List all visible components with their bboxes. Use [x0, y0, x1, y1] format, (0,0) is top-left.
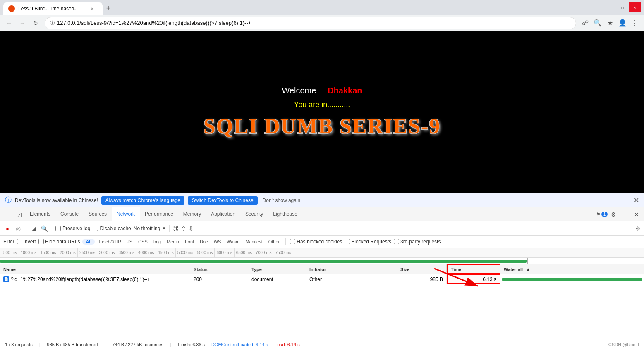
filter-bar: Filter Invert Hide data URLs All Fetch/X… — [0, 236, 644, 248]
preserve-log-checkbox[interactable] — [55, 226, 61, 231]
td-status: 200 — [190, 274, 248, 284]
refresh-button[interactable]: ↻ — [30, 17, 41, 29]
table-row[interactable]: 📄 ?id=1%27%20and%20if(length(database())… — [0, 274, 644, 284]
td-waterfall — [500, 274, 644, 284]
devtools-more-icon[interactable]: ⋮ — [619, 209, 631, 220]
network-table: Name Status Type Initiator Size Time Wat… — [0, 264, 644, 339]
close-button[interactable]: ✕ — [629, 2, 641, 12]
devtools-settings-icon[interactable]: ⚙ — [608, 209, 619, 220]
tl-500ms: 500 ms — [2, 248, 19, 257]
th-time[interactable]: Time — [447, 264, 500, 274]
tab-application[interactable]: Application — [206, 207, 240, 221]
page-content: Welcome Dhakkan You are in........... SQ… — [0, 31, 644, 193]
tab-elements[interactable]: Elements — [25, 207, 55, 221]
filter-type-all[interactable]: All — [82, 239, 95, 245]
th-initiator[interactable]: Initiator — [306, 264, 397, 274]
address-actions: ☍ 🔍 ★ 👤 ⋮ — [579, 17, 641, 29]
zoom-icon[interactable]: 🔍 — [592, 17, 603, 29]
th-status[interactable]: Status — [190, 264, 248, 274]
separator-3: | — [170, 342, 171, 347]
th-size[interactable]: Size — [397, 264, 447, 274]
search-icon[interactable]: 🔍 — [40, 224, 48, 233]
waterfall-bar — [502, 278, 642, 281]
tab-close-btn[interactable]: ✕ — [89, 5, 96, 12]
bookmark-icon[interactable]: ★ — [604, 17, 616, 29]
record-button[interactable]: ● — [3, 224, 12, 233]
tl-3000ms: 3000 ms — [97, 248, 116, 257]
tab-memory[interactable]: Memory — [178, 207, 206, 221]
td-initiator: Other — [306, 274, 397, 284]
tab-console[interactable]: Console — [55, 207, 84, 221]
clear-button[interactable]: ◎ — [14, 224, 22, 233]
waterfall-sort-icon: ▲ — [526, 267, 530, 271]
devtools-phone-icon[interactable]: ◿ — [13, 209, 25, 220]
has-blocked-cookies-checkbox[interactable] — [290, 239, 295, 244]
match-language-button[interactable]: Always match Chrome's language — [101, 196, 184, 205]
third-party-requests-label[interactable]: 3rd-party requests — [394, 239, 441, 245]
minimize-button[interactable]: — — [604, 2, 616, 12]
invert-label[interactable]: Invert — [17, 239, 36, 245]
tab-security[interactable]: Security — [240, 207, 268, 221]
back-button[interactable]: ← — [3, 17, 15, 29]
download-icon[interactable]: ⇩ — [189, 225, 194, 232]
third-party-requests-checkbox[interactable] — [394, 239, 399, 244]
hide-data-urls-checkbox[interactable] — [38, 239, 44, 244]
has-blocked-cookies-label[interactable]: Has blocked cookies — [290, 239, 342, 245]
blocked-requests-label[interactable]: Blocked Requests — [345, 239, 391, 245]
hide-data-urls-label[interactable]: Hide data URLs — [38, 239, 80, 245]
menu-icon[interactable]: ⋮ — [629, 17, 641, 29]
url-bar[interactable]: ⓘ 127.0.0.1/sqli/Less-9/?id=1%27%20and%2… — [45, 17, 576, 29]
new-tab-button[interactable]: + — [103, 2, 114, 14]
filter-type-wasm[interactable]: Wasm — [225, 239, 241, 245]
filter-type-js[interactable]: JS — [125, 239, 134, 245]
security-lock-icon: ⓘ — [50, 20, 55, 26]
forward-button[interactable]: → — [17, 17, 28, 29]
toolbar-separator-1 — [26, 225, 26, 232]
tab-lighthouse[interactable]: Lighthouse — [268, 207, 302, 221]
profile-icon[interactable]: 👤 — [617, 17, 628, 29]
disable-cache-checkbox[interactable] — [93, 226, 98, 231]
th-name[interactable]: Name — [0, 264, 190, 274]
finish-time: Finish: 6.36 s — [178, 342, 205, 347]
network-settings-icon[interactable]: ⚙ — [635, 225, 641, 232]
filter-type-fetch-xhr[interactable]: Fetch/XHR — [97, 239, 123, 245]
timeline-green-bar — [0, 260, 527, 263]
filter-type-other[interactable]: Other — [267, 239, 282, 245]
th-type[interactable]: Type — [248, 264, 306, 274]
translate-icon[interactable]: ☍ — [579, 17, 591, 29]
maximize-button[interactable]: □ — [617, 2, 628, 12]
filter-type-doc[interactable]: Doc — [198, 239, 210, 245]
welcome-line: Welcome Dhakkan — [282, 86, 362, 95]
timeline-ruler: 500 ms 1000 ms 1500 ms 2000 ms 2500 ms 3… — [0, 248, 644, 258]
active-tab[interactable]: Less-9 Blind- Time based- Sin... ✕ — [3, 2, 103, 15]
switch-chinese-button[interactable]: Switch DevTools to Chinese — [188, 196, 258, 205]
th-waterfall[interactable]: Waterfall ▲ — [500, 264, 644, 274]
upload-icon[interactable]: ⇧ — [181, 225, 186, 232]
load-time: Load: 6.14 s — [275, 342, 300, 347]
badge-btn[interactable]: ⚑ 1 — [596, 209, 608, 220]
filter-type-manifest[interactable]: Manifest — [244, 239, 264, 245]
preserve-log-label[interactable]: Preserve log — [55, 226, 90, 231]
filter-type-media[interactable]: Media — [165, 239, 181, 245]
tab-network[interactable]: Network — [112, 207, 140, 221]
invert-checkbox[interactable] — [17, 239, 22, 244]
blocked-requests-checkbox[interactable] — [345, 239, 350, 244]
devtools-body: Name Status Type Initiator Size Time Wat… — [0, 264, 644, 350]
filter-type-font[interactable]: Font — [183, 239, 196, 245]
devtools-cursor-icon[interactable]: ⸻ — [2, 209, 13, 220]
filter-icon[interactable]: ◢ — [29, 224, 38, 233]
tab-performance[interactable]: Performance — [140, 207, 178, 221]
td-type: document — [248, 274, 306, 284]
filter-type-ws[interactable]: WS — [212, 239, 223, 245]
disable-cache-label[interactable]: Disable cache — [93, 226, 131, 231]
devtools-close-icon[interactable]: ✕ — [631, 209, 642, 220]
timeline-visual — [0, 258, 644, 264]
dont-show-again-button[interactable]: Don't show again — [263, 198, 301, 203]
titlebar: Less-9 Blind- Time based- Sin... ✕ + — □… — [0, 0, 644, 15]
tab-sources[interactable]: Sources — [84, 207, 112, 221]
throttle-select[interactable]: No throttling ▼ — [134, 226, 166, 231]
filter-type-img[interactable]: Img — [152, 239, 163, 245]
info-close-button[interactable]: ✕ — [634, 196, 639, 204]
filter-type-css[interactable]: CSS — [136, 239, 149, 245]
tab-favicon — [8, 5, 15, 12]
